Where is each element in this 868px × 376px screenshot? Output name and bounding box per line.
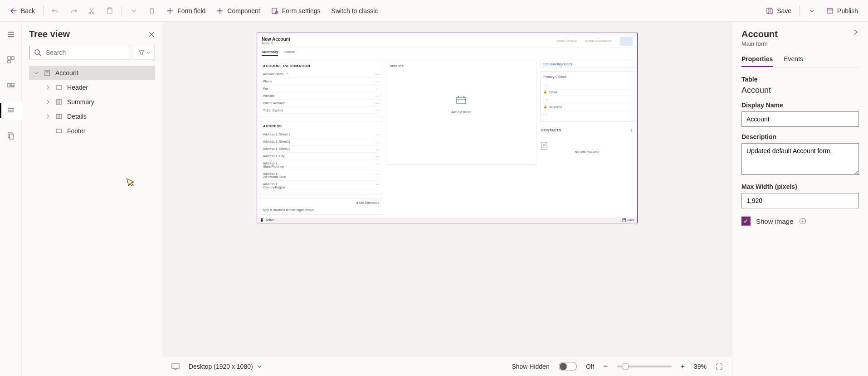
header-icon <box>55 84 63 91</box>
preview-section-map[interactable]: ◈ Get Directions Map is disabled for thi… <box>260 198 382 215</box>
tree-filter-button[interactable] <box>134 46 155 59</box>
paste-button[interactable] <box>102 5 118 17</box>
svg-rect-24 <box>172 364 179 368</box>
zoom-in-button[interactable]: + <box>681 362 685 371</box>
svg-rect-7 <box>8 57 10 59</box>
tab-events[interactable]: Events <box>784 55 803 67</box>
undo-icon <box>52 7 59 14</box>
delete-button[interactable] <box>144 5 160 17</box>
input-description[interactable] <box>741 143 859 175</box>
separator <box>43 5 44 16</box>
svg-rect-18 <box>56 114 62 119</box>
cut-button[interactable] <box>83 5 100 17</box>
preview-header-stats: ---Annual Revenue ---Number of Employees <box>556 37 633 46</box>
publish-button[interactable]: Publish <box>822 5 863 17</box>
device-selector[interactable]: Desktop (1920 x 1080) <box>189 363 262 370</box>
svg-rect-16 <box>56 86 62 89</box>
tree-node-account[interactable]: Account <box>29 66 155 80</box>
label-description: Description <box>741 133 859 140</box>
rail-hamburger[interactable] <box>0 25 22 43</box>
tab-properties[interactable]: Properties <box>741 55 773 67</box>
preview-record-image <box>620 37 633 46</box>
collapse-pane-button[interactable] <box>853 29 859 35</box>
preview-quick-view[interactable]: Primary Contact --- 🔒Email --- 🔒Business… <box>540 71 634 122</box>
svg-rect-17 <box>56 100 62 104</box>
add-form-field-button[interactable]: Form field <box>162 5 210 17</box>
paste-chevron[interactable] <box>126 5 142 17</box>
cursor-icon <box>126 176 137 188</box>
label-display-name: Display Name <box>741 101 859 109</box>
plus-icon <box>166 7 174 14</box>
document-icon <box>540 141 634 150</box>
form-settings-label: Form settings <box>282 7 321 14</box>
zoom-slider[interactable] <box>617 366 672 367</box>
label-table: Table <box>741 76 859 83</box>
tree-node-label: Header <box>67 84 88 91</box>
input-max-width[interactable] <box>741 193 859 208</box>
preview-contacts-section[interactable]: CONTACTS⋮ No data available. <box>540 125 634 160</box>
svg-rect-13 <box>10 134 14 139</box>
rail-components[interactable] <box>0 51 22 69</box>
preview-subtitle: Account <box>262 42 290 45</box>
save-icon: 💾 <box>622 218 626 222</box>
save-icon <box>766 7 773 14</box>
more-icon: ⋮ <box>630 128 634 132</box>
chevron-down-icon <box>146 50 151 55</box>
undo-button[interactable] <box>47 5 63 17</box>
cut-icon <box>88 7 95 14</box>
left-rail: Abc <box>0 22 22 376</box>
toggle-off-label: Off <box>586 363 594 370</box>
tree-node-label: Account <box>55 69 78 77</box>
save-button[interactable]: Save <box>761 5 796 17</box>
preview-tab-summary[interactable]: Summary <box>262 50 278 56</box>
zoom-out-button[interactable]: − <box>603 362 608 371</box>
checkbox-show-image[interactable]: ✓ <box>741 217 751 226</box>
tree-view-title: Tree view <box>29 29 70 39</box>
rail-fields[interactable]: Abc <box>0 76 22 94</box>
tree-search-input[interactable] <box>46 49 125 56</box>
filter-icon <box>138 49 145 56</box>
svg-rect-20 <box>457 97 466 104</box>
preview-section-address[interactable]: ADDRESS Address 1: Street 1--- Address 1… <box>260 121 382 194</box>
component-label: Component <box>227 7 260 14</box>
lock-icon: 🔒 <box>543 105 547 109</box>
tree-node-summary[interactable]: Summary <box>29 95 155 109</box>
show-hidden-toggle[interactable] <box>559 362 577 371</box>
preview-tab-details[interactable]: Details <box>283 50 294 56</box>
form-settings-icon <box>271 7 278 14</box>
tree-node-header[interactable]: Header <box>29 80 155 95</box>
input-display-name[interactable] <box>741 111 859 127</box>
rail-tree-view[interactable] <box>0 101 22 120</box>
zoom-value: 39% <box>694 363 707 370</box>
preview-section-account-info[interactable]: ACCOUNT INFORMATION Account Name *--- Ph… <box>260 61 382 117</box>
tree-search-box[interactable] <box>29 46 130 59</box>
value-table: Account <box>741 86 859 95</box>
chevron-down-icon <box>808 7 815 14</box>
preview-error-card[interactable]: Error loading control <box>540 61 634 67</box>
add-component-button[interactable]: Component <box>212 5 264 17</box>
separator <box>800 5 800 16</box>
close-tree-button[interactable] <box>148 31 155 38</box>
form-preview[interactable]: New Account Account ---Annual Revenue --… <box>257 33 638 223</box>
separator <box>122 5 122 16</box>
svg-point-22 <box>463 96 464 97</box>
form-settings-button[interactable]: Form settings <box>267 5 325 17</box>
tree-view-panel: Tree view Account He <box>22 22 162 376</box>
svg-rect-8 <box>11 57 14 59</box>
form-icon <box>44 69 51 77</box>
info-icon[interactable] <box>799 217 806 225</box>
plus-icon <box>216 7 224 14</box>
preview-section-timeline[interactable]: Timeline Almost there <box>386 61 536 165</box>
rail-library[interactable] <box>0 127 22 145</box>
tree-node-label: Footer <box>67 127 85 135</box>
fit-to-screen-button[interactable] <box>716 363 723 370</box>
save-chevron[interactable] <box>804 5 820 17</box>
tree-node-details[interactable]: Details <box>29 109 155 124</box>
save-label: Save <box>777 7 791 14</box>
switch-classic-button[interactable]: Switch to classic <box>327 5 383 17</box>
back-button[interactable]: Back <box>5 5 39 17</box>
property-subtitle: Main form <box>741 40 778 47</box>
back-label: Back <box>21 7 35 14</box>
redo-button[interactable] <box>65 5 82 17</box>
tree-node-footer[interactable]: Footer <box>29 124 155 138</box>
